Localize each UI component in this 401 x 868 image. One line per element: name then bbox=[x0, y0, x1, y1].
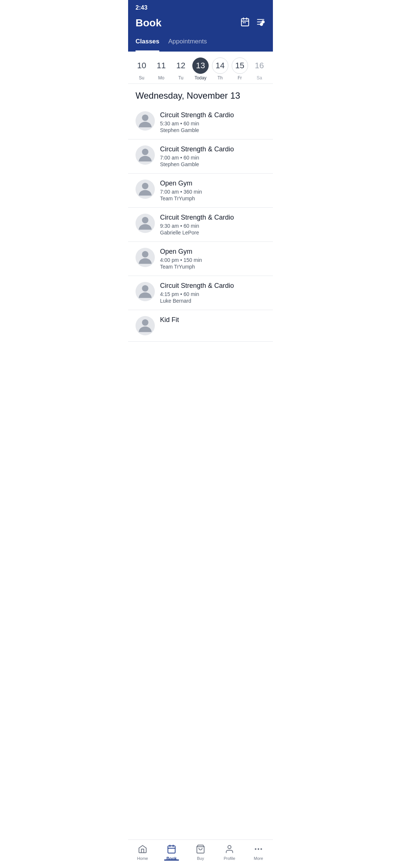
avatar-7 bbox=[136, 316, 155, 335]
tab-appointments[interactable]: Appointments bbox=[168, 35, 207, 52]
class-name-2: Circuit Strength & Cardio bbox=[160, 145, 265, 153]
filter-icon[interactable] bbox=[256, 17, 265, 29]
class-info-1: Circuit Strength & Cardio 5:30 am • 60 m… bbox=[160, 111, 265, 133]
class-name-6: Circuit Strength & Cardio bbox=[160, 282, 265, 290]
class-name-4: Circuit Strength & Cardio bbox=[160, 214, 265, 221]
calendar-day-15[interactable]: 15 Fr bbox=[231, 57, 249, 80]
svg-point-9 bbox=[262, 21, 264, 23]
tab-bar: Classes Appointments bbox=[128, 35, 273, 52]
calendar-icon[interactable] bbox=[240, 17, 250, 29]
class-name-1: Circuit Strength & Cardio bbox=[160, 111, 265, 119]
class-time-5: 4:00 pm • 150 min bbox=[160, 257, 265, 263]
day-number-10: 10 bbox=[133, 57, 150, 74]
class-info-4: Circuit Strength & Cardio 9:30 am • 60 m… bbox=[160, 214, 265, 236]
avatar-4 bbox=[136, 214, 155, 233]
svg-point-13 bbox=[142, 183, 148, 189]
svg-point-14 bbox=[142, 217, 148, 223]
calendar-day-14[interactable]: 14 Th bbox=[211, 57, 229, 80]
class-item-7[interactable]: Kid Fit bbox=[128, 310, 273, 342]
class-item-3[interactable]: Open Gym 7:00 am • 360 min Team TrYumph bbox=[128, 174, 273, 208]
class-list: Circuit Strength & Cardio 5:30 am • 60 m… bbox=[128, 105, 273, 342]
calendar-day-12[interactable]: 12 Tu bbox=[172, 57, 190, 80]
svg-point-15 bbox=[142, 251, 148, 257]
class-instructor-1: Stephen Gamble bbox=[160, 127, 265, 133]
day-number-11: 11 bbox=[153, 57, 169, 74]
tab-classes[interactable]: Classes bbox=[136, 35, 159, 52]
class-info-5: Open Gym 4:00 pm • 150 min Team TrYumph bbox=[160, 248, 265, 270]
class-item-6[interactable]: Circuit Strength & Cardio 4:15 pm • 60 m… bbox=[128, 276, 273, 310]
svg-point-10 bbox=[260, 23, 263, 26]
day-name-10: Su bbox=[139, 75, 144, 80]
calendar-day-10[interactable]: 10 Su bbox=[132, 57, 151, 80]
class-info-2: Circuit Strength & Cardio 7:00 am • 60 m… bbox=[160, 145, 265, 167]
calendar-strip: 10 Su 11 Mo 12 Tu 13 Today 14 Th 15 Fr 1… bbox=[128, 52, 273, 84]
svg-point-11 bbox=[142, 115, 148, 121]
class-item-4[interactable]: Circuit Strength & Cardio 9:30 am • 60 m… bbox=[128, 208, 273, 242]
class-info-6: Circuit Strength & Cardio 4:15 pm • 60 m… bbox=[160, 282, 265, 304]
day-name-16: Sa bbox=[257, 75, 262, 80]
avatar-5 bbox=[136, 248, 155, 267]
page-title: Book bbox=[136, 17, 162, 29]
class-info-7: Kid Fit bbox=[160, 316, 265, 325]
svg-point-16 bbox=[142, 285, 148, 292]
class-name-3: Open Gym bbox=[160, 180, 265, 187]
class-time-1: 5:30 am • 60 min bbox=[160, 121, 265, 126]
class-time-3: 7:00 am • 360 min bbox=[160, 189, 265, 195]
class-time-4: 9:30 am • 60 min bbox=[160, 223, 265, 229]
status-time: 2:43 bbox=[136, 4, 147, 11]
avatar-3 bbox=[136, 180, 155, 199]
avatar-2 bbox=[136, 145, 155, 165]
date-heading: Wednesday, November 13 bbox=[128, 84, 273, 105]
day-number-16: 16 bbox=[251, 57, 267, 74]
avatar-6 bbox=[136, 282, 155, 301]
day-name-14: Th bbox=[218, 75, 223, 80]
day-number-12: 12 bbox=[173, 57, 189, 74]
calendar-day-16[interactable]: 16 Sa bbox=[250, 57, 268, 80]
calendar-day-11[interactable]: 11 Mo bbox=[152, 57, 170, 80]
svg-point-12 bbox=[142, 149, 148, 155]
avatar-1 bbox=[136, 111, 155, 131]
day-number-13: 13 bbox=[192, 57, 209, 74]
class-instructor-6: Luke Bernard bbox=[160, 298, 265, 304]
class-time-2: 7:00 am • 60 min bbox=[160, 155, 265, 161]
class-item-1[interactable]: Circuit Strength & Cardio 5:30 am • 60 m… bbox=[128, 105, 273, 139]
class-instructor-5: Team TrYumph bbox=[160, 264, 265, 270]
day-name-today: Today bbox=[195, 75, 206, 80]
class-item-2[interactable]: Circuit Strength & Cardio 7:00 am • 60 m… bbox=[128, 139, 273, 174]
main-content: 10 Su 11 Mo 12 Tu 13 Today 14 Th 15 Fr 1… bbox=[128, 52, 273, 371]
svg-point-17 bbox=[142, 319, 148, 326]
header: Book bbox=[128, 14, 273, 35]
day-name-11: Mo bbox=[158, 75, 164, 80]
class-name-7: Kid Fit bbox=[160, 316, 265, 324]
day-number-14: 14 bbox=[212, 57, 228, 74]
header-actions bbox=[240, 17, 265, 29]
class-time-6: 4:15 pm • 60 min bbox=[160, 291, 265, 297]
day-number-15: 15 bbox=[232, 57, 248, 74]
calendar-day-13[interactable]: 13 Today bbox=[191, 57, 210, 80]
class-instructor-4: Gabrielle LePore bbox=[160, 230, 265, 236]
class-instructor-3: Team TrYumph bbox=[160, 195, 265, 201]
class-item-5[interactable]: Open Gym 4:00 pm • 150 min Team TrYumph bbox=[128, 242, 273, 276]
day-name-15: Fr bbox=[238, 75, 242, 80]
class-name-5: Open Gym bbox=[160, 248, 265, 256]
status-bar: 2:43 bbox=[128, 0, 273, 14]
day-name-12: Tu bbox=[178, 75, 183, 80]
class-info-3: Open Gym 7:00 am • 360 min Team TrYumph bbox=[160, 180, 265, 201]
class-instructor-2: Stephen Gamble bbox=[160, 161, 265, 167]
